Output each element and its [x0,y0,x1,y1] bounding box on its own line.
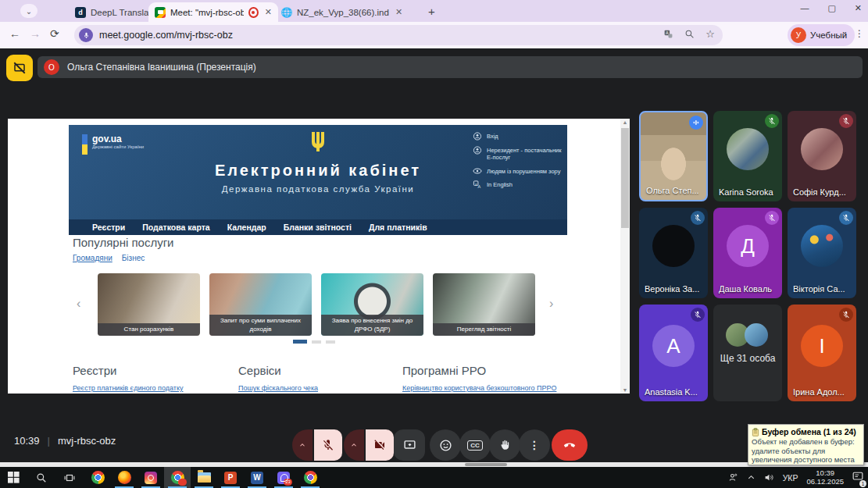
taskbar-firefox-icon[interactable] [111,467,138,488]
participant-name: Ірина Адол... [793,387,845,397]
avatar [801,225,843,267]
participant-tile-veronika[interactable]: Вероніка За... [639,208,708,298]
zoom-search-icon[interactable] [684,29,695,39]
captions-button[interactable]: CC [459,429,491,461]
language-indicator[interactable]: УКР [783,473,798,483]
start-button[interactable] [0,467,27,488]
services-link[interactable]: Пошук фіскального чека [238,384,318,392]
participant-tile-karina[interactable]: Karina Soroka [713,111,782,201]
new-tab-button[interactable]: + [428,5,435,18]
taskbar-chrome-meeting-icon[interactable] [164,467,191,488]
taskbar-word-icon[interactable]: W [244,467,270,488]
nav-report-forms[interactable]: Бланки звітності [284,223,352,232]
nav-for-payers[interactable]: Для платників [369,223,427,232]
reload-button[interactable]: ⟳ [50,27,59,40]
carousel-next-icon[interactable]: › [549,297,553,311]
forward-button[interactable]: → [30,27,41,40]
english-link[interactable]: Ax In English [473,181,563,189]
nonresident-link[interactable]: Нерезидент - постачальник Е-послуг [473,147,563,162]
tab-close-icon[interactable]: ✕ [265,7,272,17]
mic-off-icon [839,114,853,128]
service-card[interactable]: Перегляд звітності [433,273,535,336]
taskbar-chrome-profile-icon[interactable] [297,467,323,488]
people-icon[interactable] [728,472,738,483]
profile-label: Учебный [810,30,847,40]
minimize-button[interactable]: — [800,3,809,13]
mic-permission-icon[interactable] [79,28,93,42]
rro-link[interactable]: Керівництво користувача безкоштовного ПР… [402,384,556,392]
presentation-off-icon[interactable] [6,55,33,81]
taskbar-search-button[interactable] [28,467,55,488]
address-bar[interactable]: meet.google.com/mvj-rbsc-obz A ☆ [74,25,723,45]
camera-control [344,429,394,461]
participant-tile-dasha[interactable]: Д Даша Коваль [713,208,782,298]
participant-tile-overflow[interactable]: Ще 31 особа [713,305,782,401]
bookmark-star-icon[interactable]: ☆ [705,28,715,40]
scroll-down-icon[interactable]: ▼ [620,387,630,393]
clipboard-title: Буфер обмена (1 из 24) [762,427,856,436]
present-button[interactable] [394,429,425,461]
business-link[interactable]: Бізнес [122,254,145,262]
participant-tile-anastasia[interactable]: A Anastasia K... [639,305,708,401]
nav-tax-map[interactable]: Податкова карта [142,223,209,232]
taskbar-instagram-icon[interactable] [138,467,164,488]
more-options-button[interactable]: ⋮ [519,429,550,461]
mic-off-button[interactable] [314,429,342,461]
mic-control [292,429,342,461]
end-call-button[interactable] [552,429,588,461]
ukraine-flag-icon [82,134,88,155]
taskbar-chrome-icon[interactable] [84,467,111,488]
service-card[interactable]: Запит про суми виплачених доходів [209,273,312,336]
tab-search-chevron-icon[interactable]: ⌄ [20,4,38,18]
camera-options-chevron-icon[interactable] [344,429,364,461]
translate-icon[interactable]: A [663,29,673,39]
maximize-button[interactable]: ▢ [827,3,835,13]
raise-hand-button[interactable] [489,429,520,461]
action-center-button[interactable]: 1 [852,471,863,485]
overflow-count-label: Ще 31 особа [713,353,782,364]
page-scrollbar[interactable]: ▲ ▼ [620,119,630,394]
carousel-dot-active[interactable] [293,340,307,344]
participant-name: Ольга Степ... [646,186,699,195]
carousel-dot[interactable] [312,340,321,344]
back-button[interactable]: ← [9,27,20,40]
participant-tile-iryna[interactable]: І Ірина Адол... [788,305,856,401]
tab-close-icon[interactable]: ✕ [395,7,402,17]
tab-meet[interactable]: Meet: "mvj-rbsc-obz" ✕ [148,2,278,22]
taskbar-clock[interactable]: 10:39 06.12.2025 [806,469,844,486]
taskbar-viber-icon[interactable]: 23 [270,467,297,488]
service-card[interactable]: Заява про внесення змін до ДРФО (5ДР) [321,273,423,336]
vision-impaired-link[interactable]: Людям із порушенням зору [473,168,563,175]
login-link[interactable]: Вхід [473,133,563,141]
hscrollbar-thumb[interactable] [465,463,507,466]
participant-tile-sofia[interactable]: Софія Курд... [788,111,856,201]
nav-registers[interactable]: Реєстри [92,223,125,232]
registers-link[interactable]: Реєстр платників єдиного податку [73,384,183,392]
camera-off-button[interactable] [366,429,394,461]
citizens-link[interactable]: Громадяни [73,254,113,262]
participant-tile-viktoria[interactable]: Вікторія Са... [788,208,856,298]
task-view-button[interactable] [56,467,83,488]
taskbar-powerpoint-icon[interactable]: P [217,467,244,488]
hidden-icons-chevron-icon[interactable] [747,473,755,482]
service-card[interactable]: Стан розрахунків [98,273,200,336]
carousel-prev-icon[interactable]: ‹ [77,297,80,311]
taskbar-file-explorer-icon[interactable] [191,467,217,488]
profile-chip[interactable]: У Учебный [788,24,855,46]
govua-logo[interactable]: gov.ua Державні сайти України [82,134,144,155]
avatar-letter: І [801,325,843,367]
mic-options-chevron-icon[interactable] [292,429,313,461]
close-button[interactable]: ✕ [855,3,862,13]
tab-indesign-file[interactable]: 🌐 NZ_ek_Vyp_38(66).indd ✕ [275,2,428,22]
carousel-dot[interactable] [326,340,335,344]
reactions-button[interactable] [430,429,461,461]
scroll-up-icon[interactable]: ▲ [620,119,630,125]
browser-menu-icon[interactable]: ⋮ [855,28,864,39]
site-nav: Реєстри Податкова карта Календар Бланки … [69,219,567,235]
clipboard-icon [752,428,759,436]
mic-off-icon [691,211,705,225]
nav-calendar[interactable]: Календар [227,223,266,232]
participant-tile-olga[interactable]: Ольга Степ... [639,111,708,201]
scrollbar-thumb[interactable] [621,128,629,228]
volume-icon[interactable] [764,472,774,483]
